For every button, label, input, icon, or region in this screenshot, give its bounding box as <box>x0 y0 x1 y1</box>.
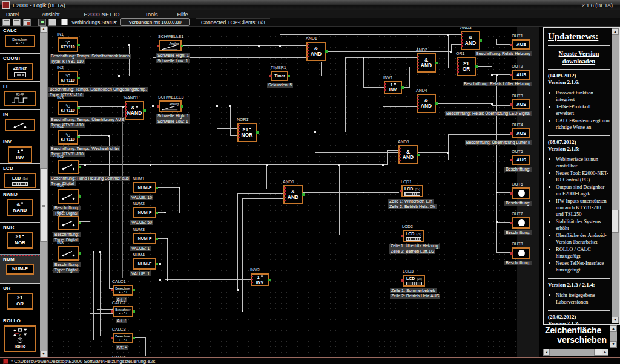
palette-item-inv[interactable]: 1INV <box>8 146 32 163</box>
open-icon[interactable] <box>13 19 21 26</box>
news-scroll-thumb[interactable] <box>612 210 619 233</box>
block-body[interactable]: NUM-F <box>133 258 156 270</box>
block-body[interactable]: &AND <box>417 94 436 113</box>
block-INV2[interactable]: INV21INV <box>251 273 269 286</box>
news-scroll-down[interactable]: ▼ <box>612 317 619 323</box>
block-NAND1[interactable]: NAND1&NAND <box>125 101 144 120</box>
block-OUT2[interactable]: OUT2AUSBeschriftung: Relais Lüfter Heizu… <box>512 70 530 80</box>
menu-tools[interactable]: Tools <box>139 11 164 18</box>
scroll-up-button[interactable]: ▲ <box>40 26 47 33</box>
save-icon[interactable] <box>23 19 31 26</box>
palette-item-in[interactable] <box>5 119 35 131</box>
block-IN8[interactable]: IN8Beschriftung:Type: Digital <box>58 246 79 261</box>
block-IN1[interactable]: IN1°CKTY110Beschriftung: Temps. Schaltsc… <box>58 37 78 52</box>
block-AND5[interactable]: AND5&AND <box>398 145 418 164</box>
block-OUT8[interactable]: OUT8Beschriftung: <box>512 247 530 259</box>
block-body[interactable]: LCD(2x) <box>401 185 423 197</box>
block-OUT1[interactable]: OUT1AUSBeschriftung: Relais Heizung <box>512 39 530 50</box>
palette-item-nand[interactable]: &NAND <box>7 199 33 216</box>
block-LCD2[interactable]: LCD2LCD(2x)Zeile 1: Überhitz.HeizungZeil… <box>403 230 424 242</box>
block-body[interactable]: &AND <box>283 185 303 204</box>
block-OR1[interactable]: OR1≥1OR <box>457 57 476 76</box>
block-body[interactable]: AUS <box>512 128 530 138</box>
block-body[interactable]: Berechner+ - * / <box>113 306 133 317</box>
menu-datei[interactable]: Datei <box>0 11 25 18</box>
block-body[interactable]: Analog <box>159 40 182 51</box>
title-bar[interactable]: E2000 - Logik (BETA) 2.1.6 (BETA) <box>0 0 620 10</box>
news-scroll-up[interactable]: ▲ <box>612 28 619 35</box>
palette-item-rollo[interactable]: ZRollo <box>4 325 36 352</box>
block-LCD3[interactable]: LCD3LCD(2x)Zeile 1: SommerbetriebZeile 2… <box>403 275 425 287</box>
block-INV1[interactable]: INV11INV <box>384 81 402 94</box>
menu-ansicht[interactable]: Ansicht <box>36 11 66 18</box>
block-body[interactable]: °CKTY110 <box>58 101 78 115</box>
block-body[interactable] <box>58 160 79 174</box>
run-icon[interactable] <box>38 19 46 26</box>
block-SCHWELLE1[interactable]: SCHWELLE1AnalogSchwelle High: 1Schwelle … <box>159 40 182 51</box>
block-IN7[interactable]: IN7Beschriftung:Type: Digital <box>58 216 79 230</box>
scroll-down-button[interactable]: ▼ <box>40 351 47 357</box>
pan-left-button[interactable]: ◂ <box>543 349 550 356</box>
pan-right-button[interactable]: ▸ <box>602 349 608 356</box>
block-AND2[interactable]: AND2&AND <box>417 53 436 73</box>
block-CALC3[interactable]: CALC3Berechner+ - * /Art: + <box>113 333 133 343</box>
block-body[interactable]: NUM-F <box>133 233 156 244</box>
block-AND4[interactable]: AND4&AND <box>417 94 436 113</box>
palette-item-lcd[interactable]: LCD(2x) <box>4 173 36 188</box>
block-CALC2[interactable]: CALC2Berechner+ - * /Art: / <box>113 306 133 317</box>
block-body[interactable]: 1INV <box>251 273 269 286</box>
block-body[interactable]: AUS <box>512 70 530 80</box>
news-scrollbar[interactable]: ▲ ▼ <box>612 28 619 323</box>
block-OUT4[interactable]: OUT4AUSBeschriftung: Überhitzung Lüfter … <box>512 128 530 138</box>
palette-item-nor[interactable]: ≥1NOR <box>7 232 33 249</box>
block-body[interactable]: LCD(2x) <box>403 230 424 242</box>
block-OUT6[interactable]: OUT6Beschriftung: <box>512 187 530 199</box>
block-AND6[interactable]: AND6&AND <box>283 185 303 204</box>
menu-hilfe[interactable]: Hilfe <box>171 11 194 18</box>
connect-button[interactable]: Verbunden mit 10.0.0.80 <box>120 18 190 26</box>
block-body[interactable]: &NAND <box>125 101 144 120</box>
block-TIMER1[interactable]: TIMER1TimerSekunden: 5 <box>271 71 288 81</box>
block-NUM3[interactable]: NUM3NUM-FVALUE: 1 <box>133 233 156 244</box>
block-LCD1[interactable]: LCD1LCD(2x)Zeile 1: Winterbetr. EinZeile… <box>401 185 423 197</box>
palette-scrollbar[interactable]: ▲ ▼ <box>40 26 47 357</box>
block-SCHWELLE3[interactable]: SCHWELLE3AnalogSchwelle High: 1Schwelle … <box>159 100 182 112</box>
block-body[interactable]: ≥1NOR <box>237 123 257 142</box>
block-body[interactable] <box>58 189 79 204</box>
menu-e2000-net-io[interactable]: E2000-NET-IO <box>78 11 126 18</box>
pan-vertical-scrollbar[interactable]: ▲ ▼ <box>610 325 617 348</box>
pan-scroll-thumb[interactable] <box>594 349 602 356</box>
block-body[interactable]: NUM-F <box>133 207 156 218</box>
palette-item-ff[interactable]: RS-FF <box>4 91 36 106</box>
block-NUM2[interactable]: NUM2NUM-FVALUE: 50 <box>133 207 156 218</box>
block-body[interactable]: LCD(2x) <box>403 275 425 287</box>
block-body[interactable]: °CKTY110 <box>58 71 78 85</box>
block-body[interactable]: 1INV <box>384 81 402 94</box>
block-body[interactable] <box>512 217 530 229</box>
palette-item-num[interactable]: NUM-F <box>6 264 34 275</box>
palette-scroll-thumb[interactable] <box>40 168 47 242</box>
block-IN2[interactable]: IN2°CKTY110Beschriftung: Temps. Dachbode… <box>58 71 78 85</box>
pan-up-button[interactable]: ▲ <box>610 325 617 332</box>
block-NOR1[interactable]: NOR1≥1NOR <box>237 123 257 142</box>
view-icon[interactable] <box>48 19 56 26</box>
block-body[interactable]: NUM-F <box>133 182 156 193</box>
block-OUT3[interactable]: OUT3AUSBeschriftung: Relais Überhitzung … <box>512 99 530 109</box>
pan-down-button[interactable]: ▼ <box>610 341 617 348</box>
new-icon[interactable] <box>2 19 10 26</box>
block-AND3[interactable]: AND3&AND <box>461 31 480 50</box>
block-body[interactable]: AUS <box>512 155 530 165</box>
block-OUT7[interactable]: OUT7Beschriftung: <box>512 217 530 229</box>
block-body[interactable] <box>512 187 530 199</box>
download-link[interactable]: Neuste Version downloaden <box>550 50 607 65</box>
palette-item-or[interactable]: ≥1OR <box>7 293 33 310</box>
block-IN4[interactable]: IN4°CKTY110Beschriftung: Temps. Wechselr… <box>58 130 78 145</box>
block-body[interactable]: Berechner+ - * / <box>113 333 133 343</box>
pan-horizontal-scrollbar[interactable]: ◂ ▸ <box>543 349 608 356</box>
block-body[interactable]: &AND <box>461 31 480 50</box>
block-body[interactable] <box>58 246 79 261</box>
block-IN3[interactable]: IN3°CKTY110Beschriftung: Temps. Überhitz… <box>58 101 78 115</box>
block-IN5[interactable]: IN5Beschriftung: Hand Heizung Sommer aus… <box>58 160 79 174</box>
block-NUM4[interactable]: NUM4NUM-FVALUE: 1 <box>133 258 156 270</box>
block-body[interactable]: °CKTY110 <box>58 130 78 145</box>
